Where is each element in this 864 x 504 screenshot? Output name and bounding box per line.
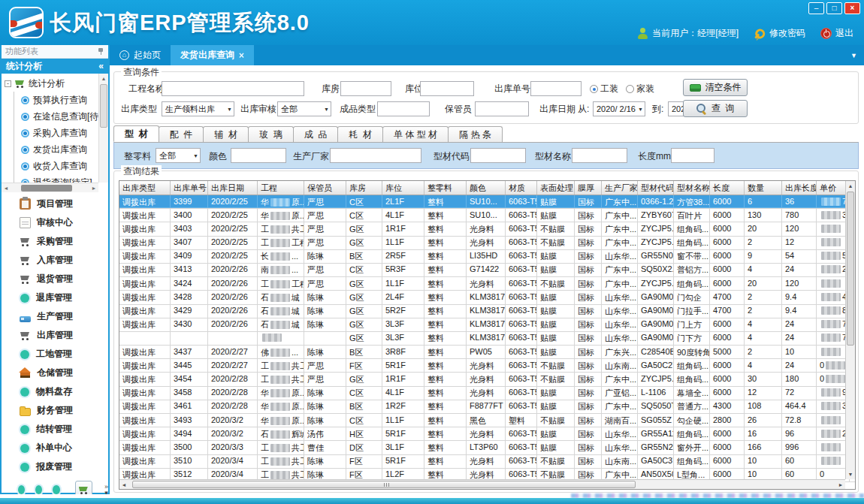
sidebar-item[interactable]: 补单中心 bbox=[2, 439, 108, 457]
table-row[interactable]: 调拨出库34072020/2/25工工程严思G区1L1F整料光身料6063-T5… bbox=[119, 237, 855, 250]
category-dot-button[interactable] bbox=[18, 485, 25, 494]
tree-item[interactable]: 预算执行查询 bbox=[5, 92, 98, 108]
tree-horizontal-scrollbar[interactable]: ◄ ► bbox=[2, 183, 98, 192]
sidebar-item[interactable]: 工地管理 bbox=[2, 345, 108, 364]
stats-panel-header[interactable]: 统计分析 « bbox=[2, 59, 108, 74]
table-row[interactable]: 调拨出库34282020/2/26石城陈琳G区2L4F整料KLM38176063… bbox=[119, 291, 855, 304]
column-header[interactable]: 膜厚 bbox=[575, 181, 602, 195]
search-button[interactable]: 查 询 bbox=[683, 100, 748, 117]
column-header[interactable]: 出库类型 bbox=[119, 181, 171, 195]
sidebar-item[interactable]: 仓储管理 bbox=[2, 364, 108, 382]
table-row[interactable]: 调拨出库34612020/2/28华原...陈琳B区1R2F整料F8877FT6… bbox=[119, 400, 855, 414]
scroll-left-icon[interactable]: ◄ bbox=[2, 186, 11, 191]
tab-list-chevron-icon[interactable]: ▼ bbox=[850, 45, 864, 65]
table-row[interactable]: 调拨出库34582020/2/28华原...陈琳C区4L1F整料光身料6063-… bbox=[119, 387, 855, 400]
table-row[interactable]: 调拨出库34032020/2/25工共工程严思G区1R1F整料光身料6063-T… bbox=[119, 222, 855, 236]
material-tab[interactable]: 耗 材 bbox=[337, 126, 383, 142]
tree-item[interactable]: 在途信息查询[待 bbox=[5, 108, 98, 125]
column-header[interactable]: 出库单号 bbox=[171, 181, 208, 195]
column-header[interactable]: 出库日期 bbox=[208, 181, 258, 195]
order-no-input[interactable] bbox=[530, 81, 582, 96]
table-row[interactable]: 调拨出库34452020/2/27工共工程严思F区5R1F整料光身料6063-T… bbox=[119, 359, 855, 373]
table-row[interactable]: 调拨出库34132020/2/26南...严思C区5R3F整料G71422606… bbox=[119, 264, 855, 277]
sidebar-item[interactable]: 物料盘存 bbox=[2, 382, 108, 401]
color-input[interactable] bbox=[231, 148, 286, 163]
sidebar-item[interactable]: 出库管理 bbox=[2, 326, 108, 345]
column-header[interactable]: 库房 bbox=[346, 181, 382, 195]
column-header[interactable]: 整零料 bbox=[424, 181, 467, 195]
whole-part-select[interactable]: 全部▼ bbox=[156, 148, 201, 163]
scroll-thumb[interactable] bbox=[21, 185, 72, 192]
column-header[interactable]: 材质 bbox=[506, 181, 537, 195]
scroll-thumb[interactable] bbox=[847, 192, 854, 346]
column-header[interactable]: 出库长度 bbox=[782, 181, 817, 195]
category-dot-button[interactable] bbox=[53, 485, 59, 494]
sidebar-item[interactable]: 结转管理 bbox=[2, 420, 108, 439]
scroll-up-icon[interactable]: ▲ bbox=[99, 74, 108, 83]
scroll-thumb[interactable] bbox=[100, 84, 107, 128]
material-tab[interactable]: 配 件 bbox=[159, 126, 204, 142]
table-row[interactable]: 调拨出库34002020/2/25华原...严思C区4L1F整料SU10...6… bbox=[119, 209, 855, 222]
table-row[interactable]: 调拨出库35002020/3/3工共工程曹佳D区3L1F整料LT3P606063… bbox=[119, 441, 855, 454]
table-row[interactable]: 调拨出库34302020/2/26石城陈琳G区3L3F整料KLM38176063… bbox=[119, 318, 855, 332]
pin-icon[interactable] bbox=[98, 47, 104, 56]
profile-name-input[interactable] bbox=[572, 148, 627, 163]
sidebar-item[interactable]: 生产管理 bbox=[2, 307, 108, 326]
audit-select[interactable]: 全部▼ bbox=[277, 101, 331, 116]
scroll-down-icon[interactable]: ▼ bbox=[846, 469, 855, 479]
scroll-left-icon[interactable]: ◄ bbox=[119, 482, 128, 487]
material-tab[interactable]: 辅 材 bbox=[203, 126, 249, 142]
table-row[interactable]: 调拨出库34372020/2/27佛...陈琳B区3R8F整料PW056063-… bbox=[119, 346, 855, 359]
column-header[interactable]: 工程 bbox=[258, 181, 304, 195]
project-name-input[interactable] bbox=[162, 81, 304, 96]
radio-jiazhuang[interactable]: 家装 bbox=[626, 81, 654, 96]
scroll-right-icon[interactable]: ► bbox=[836, 482, 845, 487]
table-row[interactable]: 调拨出库34942020/3/2石辉城汤伟H区5R1F整料光身料6063-T5贴… bbox=[119, 427, 855, 441]
sidebar-item[interactable]: 报废管理 bbox=[2, 457, 108, 476]
warehouse-input[interactable] bbox=[340, 81, 391, 96]
category-dot-button[interactable] bbox=[35, 485, 42, 494]
table-row[interactable]: 调拨出库34092020/2/25长...陈琳B区2R5F整料LI35HD606… bbox=[119, 250, 855, 264]
tree-expander-icon[interactable]: - bbox=[5, 80, 11, 87]
table-row[interactable]: 调拨出库35102020/3/4工共工程陈琳F区5R1F整料光身料6063-T5… bbox=[119, 455, 855, 469]
column-header[interactable]: 库位 bbox=[382, 181, 424, 195]
table-row[interactable]: 调拨出库34242020/2/26工工程严思G区1L1F整料光身料6063-T5… bbox=[119, 277, 855, 291]
sidebar-item[interactable]: 采购管理 bbox=[2, 232, 108, 251]
sidebar-item[interactable]: 财务管理 bbox=[2, 401, 108, 420]
tree-vertical-scrollbar[interactable]: ▲ bbox=[98, 74, 108, 183]
change-password-button[interactable]: 修改密码 bbox=[754, 27, 805, 40]
radio-gongzhuang[interactable]: 工装 bbox=[590, 81, 618, 96]
scroll-right-icon[interactable]: ► bbox=[89, 186, 98, 191]
scroll-up-icon[interactable]: ▲ bbox=[846, 181, 855, 191]
collapse-icon[interactable]: « bbox=[98, 61, 104, 71]
table-row[interactable]: G区3L3F整料KLM38176063-T5贴膜国标山东华...GA90M09.… bbox=[119, 332, 855, 346]
material-tab[interactable]: 成 品 bbox=[293, 126, 339, 142]
column-header[interactable]: 生产厂家 bbox=[602, 181, 638, 195]
tree-item[interactable]: 采购入库查询 bbox=[5, 125, 98, 141]
tree-item[interactable]: 发货出库查询 bbox=[5, 141, 98, 158]
column-header[interactable]: 长度 bbox=[710, 181, 745, 195]
material-tab[interactable]: 玻 璃 bbox=[248, 126, 294, 142]
material-tab[interactable]: 单 体 型 材 bbox=[382, 126, 449, 142]
column-header[interactable]: 保管员 bbox=[304, 181, 346, 195]
manufacturer-input[interactable] bbox=[330, 148, 421, 163]
sidebar-item[interactable]: 项目管理 bbox=[2, 195, 108, 213]
maximize-button[interactable]: □ bbox=[826, 2, 842, 14]
close-tab-icon[interactable]: × bbox=[239, 50, 244, 61]
column-header[interactable]: 数量 bbox=[745, 181, 782, 195]
tree-root-node[interactable]: - 统计分析 bbox=[5, 75, 98, 92]
column-header[interactable]: 型材名称 bbox=[674, 181, 710, 195]
sidebar-item[interactable]: 审核中心 bbox=[2, 213, 108, 232]
table-row[interactable]: 调拨出库34932020/3/2华原...陈琳C区1L1F整料黑色塑料不贴膜国标… bbox=[119, 414, 855, 427]
keeper-input[interactable] bbox=[475, 101, 529, 116]
date-from-select[interactable]: 2020/ 2/16▼ bbox=[593, 101, 645, 116]
column-header[interactable]: 型材代码 bbox=[638, 181, 674, 195]
length-input[interactable] bbox=[671, 148, 714, 163]
profile-code-input[interactable] bbox=[470, 148, 526, 163]
sidebar-item[interactable]: 入库管理 bbox=[2, 251, 108, 270]
tree-item[interactable]: 收货入库查询 bbox=[5, 158, 98, 174]
column-header[interactable]: 表面处理 bbox=[537, 181, 575, 195]
close-button[interactable]: × bbox=[844, 2, 860, 14]
material-tab[interactable]: 型 材 bbox=[113, 125, 159, 142]
grid-vertical-scrollbar[interactable]: ▲ ▼ bbox=[845, 181, 855, 479]
